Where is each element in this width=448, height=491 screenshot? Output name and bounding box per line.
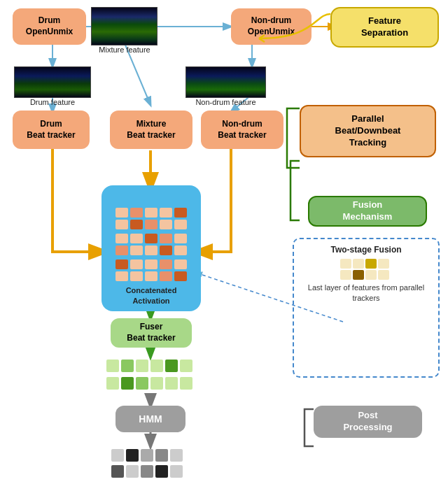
- post-processing-label: Post Processing: [343, 410, 392, 434]
- parallel-beat-tracking-label: Parallel Beat/Downbeat Tracking: [335, 113, 401, 149]
- drum-beat-tracker-label: Drum Beat tracker: [27, 119, 75, 141]
- final-output-grid: [108, 446, 192, 481]
- mixture-spectrogram: [91, 7, 158, 45]
- concatenated-activation-label: Concatenated Activation: [126, 285, 177, 306]
- output-grid: [104, 357, 199, 395]
- fusion-mechanism-box: Fusion Mechanism: [308, 196, 427, 227]
- fusion-mechanism-label: Fusion Mechanism: [343, 199, 393, 223]
- nondrum-openunmix-label: Non-drum OpenUnmix: [248, 15, 295, 37]
- mixture-beat-tracker-label: Mixture Beat tracker: [127, 119, 175, 141]
- nondrum-beat-tracker-box: Non-drum Beat tracker: [201, 111, 284, 149]
- nondrum-beat-tracker-label: Non-drum Beat tracker: [218, 119, 266, 141]
- hmm-box: HMM: [115, 406, 186, 432]
- fuser-beat-tracker-box: Fuser Beat tracker: [111, 318, 192, 348]
- last-layer-label: Last layer of features from parallel tra…: [300, 283, 433, 304]
- drum-beat-tracker-box: Drum Beat tracker: [13, 111, 90, 149]
- two-stage-fusion-box: Two-stage Fusion Last layer of features …: [293, 238, 440, 378]
- diagram: Mixture feature Drum OpenUnmix Non-drum …: [0, 0, 448, 491]
- concat-grid-2: [115, 234, 187, 255]
- post-processing-box: Post Processing: [314, 406, 422, 438]
- nondrum-openunmix-box: Non-drum OpenUnmix: [231, 8, 312, 45]
- two-stage-grid: [340, 259, 392, 280]
- feature-separation-label: Feature Separation: [361, 15, 408, 39]
- fuser-beat-tracker-label: Fuser Beat tracker: [127, 322, 175, 343]
- drum-feature-spectrogram: [14, 66, 91, 98]
- parallel-beat-tracking-box: Parallel Beat/Downbeat Tracking: [300, 105, 436, 157]
- drum-openunmix-box: Drum OpenUnmix: [13, 8, 86, 45]
- nondrum-feature-spectrogram: [186, 66, 266, 98]
- nondrum-feature-label: Non-drum feature: [186, 98, 266, 106]
- hmm-label: HMM: [139, 413, 162, 425]
- mixture-beat-tracker-box: Mixture Beat tracker: [110, 111, 192, 149]
- concatenated-activation-box: Concatenated Activation: [102, 185, 201, 311]
- feature-separation-box: Feature Separation: [330, 7, 439, 48]
- two-stage-fusion-label: Two-stage Fusion: [300, 245, 433, 255]
- concat-grid-3: [115, 259, 187, 281]
- drum-feature-label: Drum feature: [14, 98, 91, 106]
- mixture-feature-label: Mixture feature: [90, 45, 160, 54]
- concat-grid-1: [115, 208, 187, 229]
- drum-openunmix-label: Drum OpenUnmix: [26, 15, 73, 37]
